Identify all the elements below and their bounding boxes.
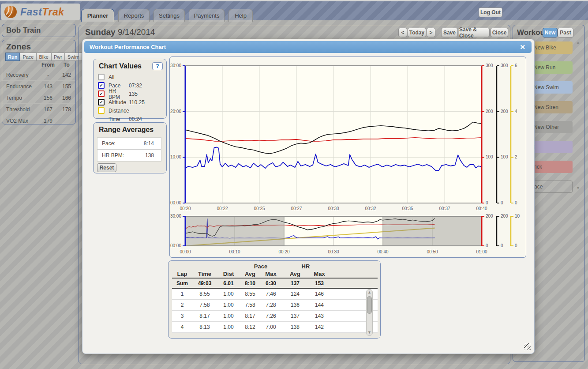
zone-from-value: -	[38, 72, 58, 78]
svg-text:20:00: 20:00	[170, 109, 181, 114]
checkbox-hr-bpm[interactable]: ✔	[98, 90, 105, 97]
range-average-value: 138	[145, 152, 161, 158]
lap-table-column-header: Lap	[172, 270, 192, 278]
lap-table: PaceHRLapTimeDistAvgMaxAvgMaxSum49:036.0…	[172, 263, 378, 333]
lap-cell: 8:17	[192, 311, 217, 322]
lap-cell: 3	[172, 311, 192, 322]
svg-text:00:50: 00:50	[427, 249, 438, 254]
lap-cell: 7:00	[260, 322, 281, 333]
lap-table-scrollbar[interactable]: ▲ ▼	[366, 289, 373, 336]
chart-value-label: Distance	[109, 108, 129, 114]
lap-scroll-down-icon[interactable]: ▼	[367, 331, 372, 335]
zones-tab-pace[interactable]: Pace	[20, 53, 36, 61]
logout-button[interactable]: Log Out	[479, 8, 502, 17]
nav-tab-payments[interactable]: Payments	[189, 9, 225, 22]
zone-from-value: 167	[38, 106, 58, 113]
performance-chart-container: 30:0020:0010:0000:0030020010003002001000…	[169, 56, 526, 258]
planner-date-heading: Sunday 9/14/2014	[85, 27, 155, 37]
svg-text:10:00: 10:00	[170, 154, 181, 159]
lap-cell: 137	[281, 311, 309, 322]
lap-table-row[interactable]: 18:551.008:557:46124146	[172, 288, 378, 300]
svg-text:00:37: 00:37	[439, 206, 450, 211]
zones-table-header: From To	[2, 62, 75, 69]
lap-cell: 4	[172, 322, 192, 333]
checkbox-pace[interactable]: ✔	[98, 82, 105, 89]
lap-table-column-header: Dist	[217, 270, 240, 278]
svg-text:00:20: 00:20	[278, 249, 289, 254]
lap-table-column-header: Avg	[240, 270, 260, 278]
svg-text:00:27: 00:27	[291, 206, 302, 211]
workout-toggle-past[interactable]: Past	[558, 28, 573, 38]
zone-name: Tempo	[2, 95, 38, 101]
lap-sum-cell: 6.01	[217, 278, 240, 288]
svg-text:0: 0	[515, 200, 517, 205]
lap-table-row[interactable]: 38:171.008:177:26137143	[172, 311, 378, 322]
workout-toggle-new[interactable]: New	[543, 28, 558, 38]
zones-tab-bike[interactable]: Bike	[36, 53, 51, 61]
chart-value-reading: 135	[129, 91, 138, 97]
zones-col-from: From	[38, 62, 58, 69]
performance-chart-svg[interactable]: 30:0020:0010:0000:0030020010003002001000…	[170, 57, 526, 257]
zones-tab-pwr[interactable]: Pwr	[51, 53, 65, 61]
dialog-resize-grip-icon[interactable]	[524, 343, 531, 350]
svg-text:200: 200	[501, 109, 508, 114]
svg-text:100: 100	[486, 154, 493, 159]
zone-row: Tempo156166	[2, 92, 75, 103]
svg-text:00:00: 00:00	[170, 200, 181, 205]
lap-table-column-header: Time	[192, 270, 217, 278]
svg-text:4: 4	[515, 109, 517, 114]
chart-value-label: Altitude	[109, 99, 129, 105]
next-day-button[interactable]: >	[427, 28, 435, 37]
close-day-button[interactable]: Close	[491, 28, 508, 37]
lap-cell: 1.00	[217, 300, 240, 311]
svg-text:0: 0	[501, 200, 503, 205]
dialog-header[interactable]: Workout Performance Chart ✕	[84, 41, 532, 53]
lap-cell: 7:46	[260, 288, 281, 300]
checkbox-distance[interactable]	[98, 107, 105, 114]
zones-tab-run[interactable]: Run	[5, 53, 20, 61]
help-icon[interactable]: ?	[152, 62, 163, 70]
lap-table-group-pace: Pace	[240, 263, 281, 270]
workout-list-scroll-up-icon[interactable]: ▲	[576, 41, 580, 45]
today-button[interactable]: Today	[408, 28, 426, 37]
zone-row: VO2 Max179	[2, 115, 75, 126]
zone-to-value: 166	[58, 95, 75, 101]
close-icon[interactable]: ✕	[520, 43, 525, 51]
lap-cell: 1.00	[217, 311, 240, 322]
checkbox-all[interactable]	[98, 74, 105, 80]
save-and-close-button[interactable]: Save & Close	[459, 28, 490, 37]
nav-tab-settings[interactable]: Settings	[154, 9, 185, 22]
lap-table-column-header: Max	[309, 270, 330, 278]
zone-from-value: 156	[38, 95, 58, 101]
reset-button[interactable]: Reset	[97, 163, 116, 172]
lap-table-row[interactable]: 48:131.008:127:00138142	[172, 322, 378, 333]
time-label: Time	[109, 116, 129, 122]
nav-tab-help[interactable]: Help	[228, 9, 253, 22]
chart-value-label: HR BPM	[109, 88, 129, 100]
svg-text:30:00: 30:00	[170, 214, 181, 218]
save-button[interactable]: Save	[441, 28, 458, 37]
chart-values-panel: Chart Values ? All✔Pace07:32✔HR BPM135✔A…	[93, 59, 167, 119]
range-average-row: Pace:8:14	[97, 138, 161, 150]
zones-rows: Recovery-142Endurance143155Tempo156166Th…	[2, 69, 75, 126]
nav-tab-reports[interactable]: Reports	[118, 9, 150, 22]
lap-scroll-up-icon[interactable]: ▲	[367, 290, 372, 294]
range-averages-rows: Pace:8:14HR BPM:138	[97, 137, 161, 162]
lap-scroll-thumb[interactable]	[367, 296, 372, 314]
lap-cell: 8:12	[240, 322, 260, 333]
lap-table-row[interactable]: 27:581.007:587:28136144	[172, 300, 378, 311]
workout-list-scroll-down-icon[interactable]: ▼	[576, 186, 580, 190]
lap-cell: 138	[281, 322, 309, 333]
svg-text:00:35: 00:35	[402, 206, 413, 211]
zone-from-value: 179	[38, 118, 58, 124]
checkbox-altitude[interactable]: ✔	[98, 99, 105, 105]
svg-text:01:00: 01:00	[476, 249, 487, 254]
range-average-label: Pace:	[97, 140, 144, 147]
prev-day-button[interactable]: <	[398, 28, 407, 37]
zone-to-value: 142	[58, 72, 75, 78]
svg-text:00:40: 00:40	[377, 249, 388, 254]
nav-tab-planner[interactable]: Planner	[81, 9, 114, 22]
chart-value-reading: 07:32	[129, 83, 142, 89]
lap-table-column-header: Max	[260, 270, 281, 278]
lap-cell: 1.00	[217, 322, 240, 333]
